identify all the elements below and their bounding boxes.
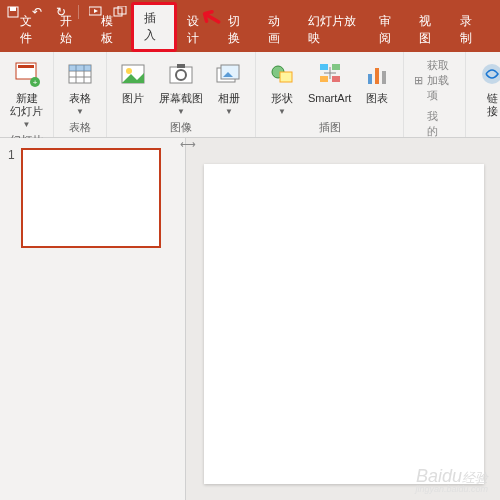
ribbon: + 新建 幻灯片 ▼ 幻灯片 表格 ▼ 表格 图片 屏幕截图 ▼ xyxy=(0,52,500,138)
screenshot-label: 屏幕截图 xyxy=(159,92,203,105)
album-button[interactable]: 相册 ▼ xyxy=(211,56,247,118)
thumbnail-panel: 1 xyxy=(0,138,186,500)
chevron-down-icon: ▼ xyxy=(225,107,233,116)
svg-rect-15 xyxy=(69,65,91,71)
tab-file[interactable]: 文件 xyxy=(10,8,50,52)
ribbon-tabs: 文件 开始 模板 插入 设计 切换 动画 幻灯片放映 审阅 视图 录制 xyxy=(0,24,500,52)
tab-record[interactable]: 录制 xyxy=(450,8,490,52)
album-icon xyxy=(213,58,245,90)
new-slide-button[interactable]: + 新建 幻灯片 ▼ xyxy=(8,56,45,131)
tab-insert[interactable]: 插入 xyxy=(131,2,177,52)
store-icon: ⊞ xyxy=(414,74,423,87)
new-slide-label: 新建 幻灯片 xyxy=(10,92,43,118)
group-links: 链 接 xyxy=(466,52,500,137)
slide[interactable] xyxy=(204,164,484,484)
watermark: Baidu经验 jingyan.baidu.com xyxy=(415,467,488,494)
chevron-down-icon: ▼ xyxy=(278,107,286,116)
chart-label: 图表 xyxy=(366,92,388,105)
group-label-images: 图像 xyxy=(170,118,192,135)
group-label-illustrations: 插图 xyxy=(319,118,341,135)
table-button[interactable]: 表格 ▼ xyxy=(62,56,98,118)
tab-animations[interactable]: 动画 xyxy=(258,8,298,52)
tab-transitions[interactable]: 切换 xyxy=(218,8,258,52)
link-icon xyxy=(476,58,500,90)
chart-button[interactable]: 图表 xyxy=(359,56,395,107)
group-addins: ⊞获取加载项 ✿我的加载项▼ 加载项 xyxy=(404,52,466,137)
svg-rect-35 xyxy=(382,71,386,84)
svg-point-36 xyxy=(482,64,500,84)
picture-icon xyxy=(117,58,149,90)
album-label: 相册 xyxy=(218,92,240,105)
tab-review[interactable]: 审阅 xyxy=(369,8,409,52)
svg-point-17 xyxy=(126,68,132,74)
table-label: 表格 xyxy=(69,92,91,105)
svg-rect-26 xyxy=(280,72,292,82)
svg-rect-29 xyxy=(320,76,328,82)
slide-canvas: ⟷ xyxy=(186,138,500,500)
chart-icon xyxy=(361,58,393,90)
resize-handle-icon[interactable]: ⟷ xyxy=(180,138,196,151)
tab-template[interactable]: 模板 xyxy=(91,8,131,52)
svg-rect-28 xyxy=(332,64,340,70)
slide-thumbnail[interactable] xyxy=(21,148,161,248)
group-images: 图片 屏幕截图 ▼ 相册 ▼ 图像 xyxy=(107,52,256,137)
svg-rect-33 xyxy=(368,74,372,84)
tab-design[interactable]: 设计 xyxy=(177,8,217,52)
slide-number: 1 xyxy=(8,148,15,248)
content-area: 1 ⟷ xyxy=(0,138,500,500)
svg-rect-21 xyxy=(177,64,185,68)
screenshot-icon xyxy=(165,58,197,90)
screenshot-button[interactable]: 屏幕截图 ▼ xyxy=(157,56,205,118)
chevron-down-icon: ▼ xyxy=(76,107,84,116)
pictures-label: 图片 xyxy=(122,92,144,105)
smartart-label: SmartArt xyxy=(308,92,351,105)
link-label: 链 接 xyxy=(487,92,498,118)
group-label-tables: 表格 xyxy=(69,118,91,135)
group-illustrations: 形状 ▼ SmartArt 图表 插图 xyxy=(256,52,404,137)
link-button[interactable]: 链 接 xyxy=(474,56,500,120)
smartart-button[interactable]: SmartArt xyxy=(306,56,353,107)
svg-rect-7 xyxy=(18,65,34,68)
group-slides: + 新建 幻灯片 ▼ 幻灯片 xyxy=(0,52,54,137)
svg-text:+: + xyxy=(32,78,37,87)
svg-rect-30 xyxy=(332,76,340,82)
svg-rect-27 xyxy=(320,64,328,70)
shapes-label: 形状 xyxy=(271,92,293,105)
tab-view[interactable]: 视图 xyxy=(409,8,449,52)
shapes-button[interactable]: 形状 ▼ xyxy=(264,56,300,118)
new-slide-icon: + xyxy=(11,58,43,90)
chevron-down-icon: ▼ xyxy=(23,120,31,129)
get-addins-button[interactable]: ⊞获取加载项 xyxy=(412,56,457,105)
smartart-icon xyxy=(314,58,346,90)
pictures-button[interactable]: 图片 xyxy=(115,56,151,107)
tab-slideshow[interactable]: 幻灯片放映 xyxy=(298,8,369,52)
shapes-icon xyxy=(266,58,298,90)
table-icon xyxy=(64,58,96,90)
tab-home[interactable]: 开始 xyxy=(50,8,90,52)
chevron-down-icon: ▼ xyxy=(177,107,185,116)
group-tables: 表格 ▼ 表格 xyxy=(54,52,107,137)
svg-rect-34 xyxy=(375,68,379,84)
